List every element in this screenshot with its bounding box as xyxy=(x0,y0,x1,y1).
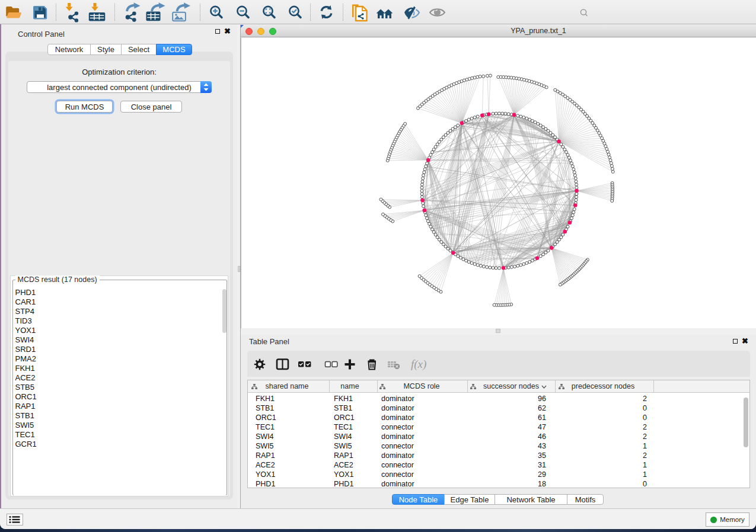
svg-text:f(x): f(x) xyxy=(411,358,426,371)
